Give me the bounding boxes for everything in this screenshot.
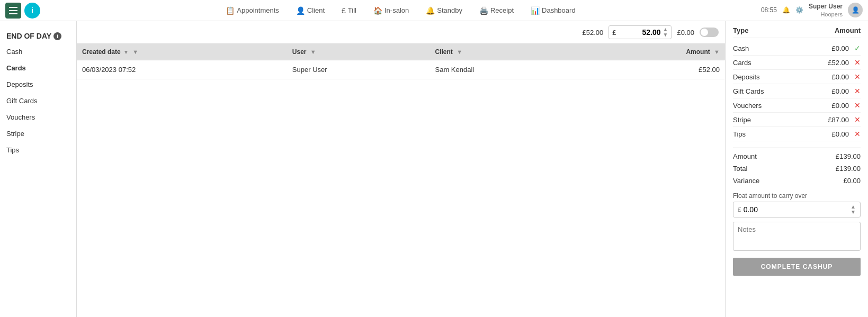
x-icon: ✕ [854,101,861,110]
nav-receipt-label: Receipt [490,6,514,14]
sidebar-item-stripe[interactable]: Stripe [0,125,76,142]
nav-client-label: Client [307,6,325,14]
panel-type-row: Tips £0.00 ✕ [733,127,861,141]
panel-type-row: Vouchers £0.00 ✕ [733,98,861,113]
amount-input[interactable] [619,28,661,37]
complete-cashup-button[interactable]: COMPLETE CASHUP [733,258,861,276]
panel-type-row: Gift Cards £0.00 ✕ [733,84,861,98]
float-input[interactable] [744,205,851,214]
notification-icon[interactable]: 🔔 [782,6,790,14]
appointments-icon: 📋 [226,6,235,15]
panel-row-amount-value: £0.00 [831,87,849,95]
float-input-wrapper: £ ▲▼ [733,202,861,218]
sidebar: END OF DAY i Cash Cards Deposits Gift Ca… [0,21,77,317]
user-name: Super User [809,3,843,11]
filter-amount-icon[interactable]: ▼ [714,49,720,55]
sidebar-item-tips[interactable]: Tips [0,142,76,158]
sort-icon[interactable]: ▼ [123,49,129,55]
summary-row-total: Total £139.00 [733,162,861,175]
top-nav: i 📋 Appointments 👤 Client £ Till 🏠 In-sa… [0,0,868,21]
col-user: User ▼ [287,44,430,60]
nav-appointments[interactable]: 📋 Appointments [222,4,282,17]
toggle-switch[interactable] [700,28,719,37]
main-layout: END OF DAY i Cash Cards Deposits Gift Ca… [0,21,868,317]
panel-type-row: Cash £0.00 ✓ [733,41,861,56]
float-currency: £ [738,206,741,213]
float-spinner-icon[interactable]: ▲▼ [851,204,856,215]
content-area: £52.00 £ ▲▼ £0.00 Created date ▼ ▼ [77,21,725,317]
panel-row-type-label: Vouchers [733,102,762,110]
nav-time: 08:55 [761,6,777,14]
sidebar-item-deposits[interactable]: Deposits [0,76,76,93]
table-header-row: Created date ▼ ▼ User ▼ Client ▼ [77,44,725,60]
panel-rows: Cash £0.00 ✓ Cards £52.00 ✕ Deposits £0.… [733,41,861,141]
filter-created-date-icon[interactable]: ▼ [132,49,138,55]
nav-appointments-label: Appointments [237,6,279,14]
panel-row-amount-value: £0.00 [831,73,849,81]
user-sub: Hoopers [809,11,843,18]
table-container: Created date ▼ ▼ User ▼ Client ▼ [77,44,725,317]
user-info: Super User Hoopers [809,3,843,19]
nav-receipt[interactable]: 🖨️ Receipt [476,4,517,17]
panel-row-type-label: Gift Cards [733,87,764,95]
x-icon: ✕ [854,115,861,124]
nav-standby-label: Standby [437,6,462,14]
spinner-icon[interactable]: ▲▼ [663,27,668,38]
sidebar-item-cash[interactable]: Cash [0,43,76,60]
x-icon: ✕ [854,58,861,67]
panel-row-type-label: Tips [733,130,746,138]
settings-icon[interactable]: ⚙️ [795,6,803,14]
float-section: Float amount to carry over £ ▲▼ [733,192,861,252]
amount-input-wrapper: £ ▲▼ [609,25,672,39]
col-created-date: Created date ▼ ▼ [77,44,287,60]
panel-row-amount-value: £0.00 [831,130,849,138]
hamburger-menu[interactable] [5,3,21,19]
standby-icon: 🔔 [426,6,435,15]
nav-dashboard-label: Dashboard [542,6,576,14]
panel-row-type-label: Cash [733,44,749,52]
right-panel: Type Amount Cash £0.00 ✓ Cards £52.00 ✕ … [725,21,868,317]
sidebar-item-giftcards[interactable]: Gift Cards [0,93,76,109]
amount-currency: £ [612,29,616,37]
data-table: Created date ▼ ▼ User ▼ Client ▼ [77,44,725,79]
amount-label-1: £52.00 [583,29,604,37]
panel-row-type-label: Cards [733,59,751,67]
page-title: END OF DAY i [0,26,76,43]
nav-left: i [5,3,40,19]
nav-client[interactable]: 👤 Client [293,4,328,17]
panel-amount-header: Amount [835,26,861,34]
nav-insalon-label: In-salon [384,6,409,14]
nav-insalon[interactable]: 🏠 In-salon [370,4,412,17]
x-icon: ✕ [854,87,861,95]
nav-dashboard[interactable]: 📊 Dashboard [527,4,579,17]
cell-created-date: 06/03/2023 07:52 [77,60,287,79]
check-icon: ✓ [854,44,861,52]
panel-row-amount-value: £52.00 [828,59,849,67]
user-avatar[interactable]: 👤 [848,3,863,17]
panel-type-row: Stripe £87.00 ✕ [733,113,861,127]
nav-till[interactable]: £ Till [338,4,360,17]
till-icon: £ [342,6,346,15]
panel-type-row: Deposits £0.00 ✕ [733,70,861,84]
filter-user-icon[interactable]: ▼ [310,49,316,55]
nav-right: 08:55 🔔 ⚙️ Super User Hoopers 👤 [761,3,863,19]
app-logo: i [24,3,40,19]
panel-summary: Amount £139.00 Total £139.00 Variance £0… [733,146,861,187]
info-icon[interactable]: i [53,32,61,40]
amount-label-2: £0.00 [677,29,694,37]
panel-row-type-label: Deposits [733,73,760,81]
summary-row-variance: Variance £0.00 [733,175,861,187]
amount-bar: £52.00 £ ▲▼ £0.00 [77,21,725,44]
float-label: Float amount to carry over [733,192,861,200]
nav-standby[interactable]: 🔔 Standby [423,4,466,17]
summary-row-amount: Amount £139.00 [733,150,861,162]
table-row[interactable]: 06/03/2023 07:52 Super User Sam Kendall … [77,60,725,79]
panel-row-amount-value: £87.00 [828,116,849,124]
nav-till-label: Till [348,6,356,14]
sidebar-item-vouchers[interactable]: Vouchers [0,109,76,125]
x-icon: ✕ [854,130,861,138]
notes-textarea[interactable] [733,222,861,251]
client-icon: 👤 [296,6,305,15]
filter-client-icon[interactable]: ▼ [457,49,462,55]
sidebar-item-cards[interactable]: Cards [0,60,76,76]
